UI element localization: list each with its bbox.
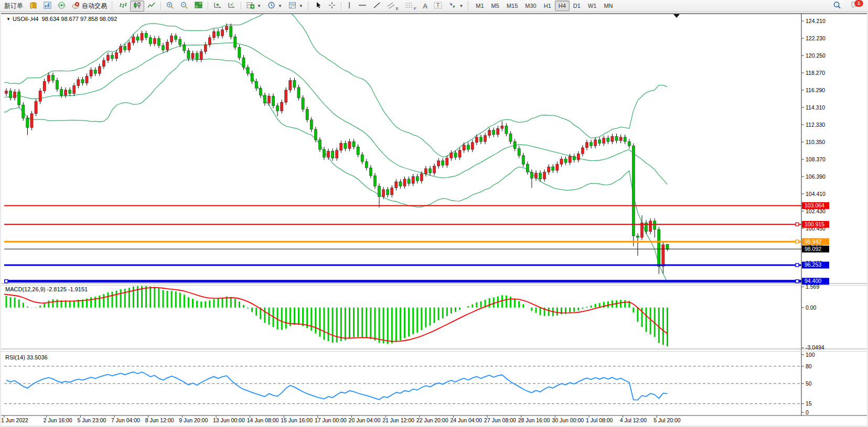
price-axis-tick: 120.250 — [806, 52, 826, 59]
time-axis-label: 21 Jun 12:00 — [382, 417, 414, 423]
chart-title: ▼USOil-,H4 98.634 98.677 97.858 98.092 — [6, 16, 117, 22]
rsi-axis-tick: 0 — [806, 409, 809, 415]
rsi-axis-tick: 80 — [806, 363, 812, 369]
time-axis-label: 15 Jun 16:00 — [281, 417, 313, 423]
time-axis-label: 8 Jun 12:00 — [145, 417, 174, 423]
time-axis-label: 17 Jun 00:00 — [315, 417, 347, 423]
time-axis-label: 30 Jun 00:00 — [552, 417, 584, 423]
time-axis-label: 20 Jun 04:00 — [349, 417, 381, 423]
current-price-label: 98.092 — [805, 246, 821, 252]
time-axis-label: 4 Jul 12:00 — [620, 417, 647, 423]
symbol-dropdown-icon[interactable]: ▼ — [6, 17, 10, 21]
hline-price-label: 96.253 — [805, 261, 821, 268]
time-axis-label: 27 Jun 08:00 — [484, 417, 516, 423]
price-axis-tick: 104.410 — [806, 191, 826, 197]
time-axis-label: 24 Jun 04:00 — [450, 417, 482, 423]
price-axis-tick: 116.290 — [806, 87, 825, 93]
macd-axis-tick: 0.00 — [806, 304, 817, 311]
time-axis-label: 1 Jul 08:00 — [586, 417, 613, 423]
price-axis-tick: 110.350 — [806, 139, 825, 145]
chart-canvas[interactable]: 124.210122.230120.250118.270116.290114.3… — [0, 0, 868, 427]
hline-price-label: 103.064 — [805, 202, 824, 209]
price-axis-tick: 114.310 — [806, 104, 825, 111]
price-axis-tick: 124.210 — [806, 18, 826, 24]
time-axis-label: 2 Jun 16:00 — [44, 417, 72, 423]
hline-price-label: 98.942 — [805, 238, 821, 245]
price-axis-tick: 106.390 — [806, 173, 826, 180]
rsi-axis-tick: 50 — [806, 380, 812, 387]
time-axis-label: 22 Jun 20:00 — [416, 417, 448, 423]
price-axis-tick: 108.370 — [806, 156, 826, 162]
time-axis-label: 13 Jun 00:00 — [213, 417, 245, 423]
macd-axis-tick: -3.0494 — [806, 344, 824, 351]
time-axis-label: 5 Jul 20:00 — [653, 417, 681, 423]
symbol-name: USOil-,H4 — [13, 16, 39, 22]
macd-indicator-label: MACD(12,26,9) -2.8125 -1.9151 — [5, 286, 88, 292]
time-axis-label: 7 Jun 04:00 — [111, 417, 140, 423]
price-axis-tick: 122.230 — [806, 35, 826, 41]
time-axis-label: 5 Jun 23:00 — [77, 417, 106, 423]
macd-axis-tick: 1.569 — [806, 283, 819, 290]
price-axis-tick: 118.270 — [806, 70, 825, 76]
rsi-indicator-label: RSI(14) 33.5036 — [5, 354, 48, 360]
rsi-axis-tick: 100 — [806, 352, 815, 358]
symbol-ohlc-values: 98.634 98.677 97.858 98.092 — [42, 16, 117, 22]
rsi-axis-tick: 15 — [806, 400, 812, 407]
price-axis-tick: 112.330 — [806, 122, 825, 128]
time-axis-label: 9 Jun 20:00 — [179, 417, 208, 423]
time-axis-label: 14 Jun 08:00 — [247, 417, 279, 423]
time-axis-label: 1 Jun 2022 — [1, 417, 28, 423]
time-axis-label: 28 Jun 16:00 — [518, 417, 550, 423]
hline-price-label: 100.915 — [805, 221, 824, 227]
